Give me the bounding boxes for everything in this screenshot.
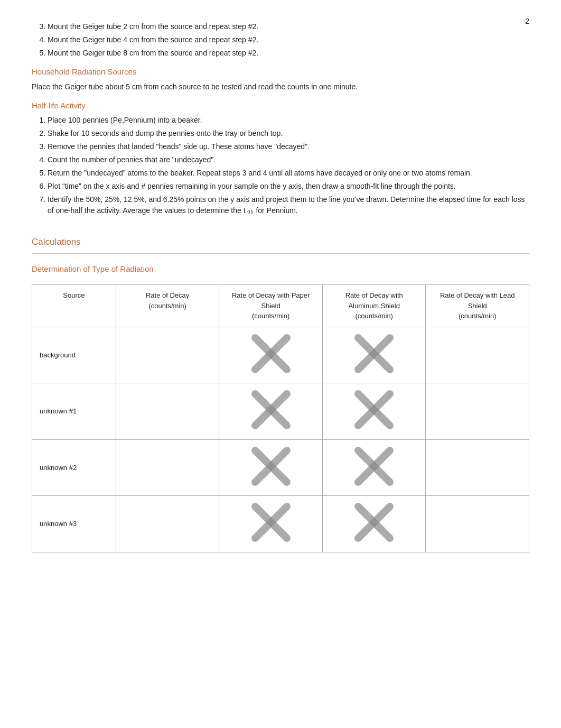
halflife-step-5: Return the "undecayed" atoms to the beak… [48, 168, 529, 179]
page-number: 2 [525, 16, 529, 27]
source-cell-1: unknown #1 [32, 383, 116, 440]
determination-heading: Determination of Type of Radiation [32, 263, 529, 275]
table-row: unknown #1 [32, 383, 529, 440]
divider [32, 253, 529, 254]
rate-aluminum-cell-1 [322, 383, 426, 440]
source-cell-0: background [32, 327, 116, 383]
halflife-step-4: Count the number of pennies that are "un… [48, 154, 529, 165]
step-4: Mount the Geiger tube 4 cm from the sour… [48, 34, 529, 45]
col-header-rate-paper: Rate of Decay with Paper Shield (counts/… [219, 285, 323, 327]
x-mark-paper-0 [250, 333, 292, 375]
steps-list: Mount the Geiger tube 2 cm from the sour… [48, 21, 529, 59]
rate-decay-cell-2 [116, 439, 219, 496]
x-mark-aluminum-3 [353, 501, 395, 543]
halflife-step-7: Identify the 50%, 25%, 12.5%, and 6.25% … [48, 194, 529, 216]
source-cell-3: unknown #3 [32, 496, 116, 552]
rate-aluminum-cell-0 [322, 327, 426, 383]
x-mark-paper-2 [250, 445, 292, 487]
table-row: background [32, 327, 529, 383]
table-row: unknown #2 [32, 439, 529, 496]
rate-paper-cell-3 [219, 496, 323, 552]
x-mark-aluminum-0 [353, 333, 395, 375]
halflife-step-6: Plot “time” on the x axis and # pennies … [48, 181, 529, 192]
table-header-row: Source Rate of Decay (counts/min) Rate o… [32, 285, 529, 327]
col-header-rate-lead: Rate of Decay with Lead Shield (counts/m… [426, 285, 529, 327]
rate-lead-cell-2 [426, 439, 529, 496]
col-header-source: Source [32, 285, 116, 327]
calculations-heading: Calculations [32, 235, 529, 249]
household-heading: Household Radiation Sources [32, 66, 529, 78]
rate-decay-cell-1 [116, 383, 219, 440]
x-mark-aluminum-1 [353, 389, 395, 431]
x-mark-paper-1 [250, 389, 292, 431]
rate-lead-cell-1 [426, 383, 529, 440]
radiation-table: Source Rate of Decay (counts/min) Rate o… [32, 284, 529, 552]
rate-decay-cell-3 [116, 496, 219, 552]
col-header-rate-decay: Rate of Decay (counts/min) [116, 285, 219, 327]
halflife-step-3: Remove the pennies that landed "heads" s… [48, 141, 529, 152]
halflife-heading: Half-life Activity [32, 100, 529, 112]
rate-paper-cell-2 [219, 439, 323, 496]
step-5: Mount the Geiger tube 8 cm from the sour… [48, 48, 529, 59]
rate-decay-cell-0 [116, 327, 219, 383]
rate-aluminum-cell-2 [322, 439, 426, 496]
rate-aluminum-cell-3 [322, 496, 426, 552]
household-text: Place the Geiger tube about 5 cm from ea… [32, 81, 529, 93]
halflife-list: Place 100 pennies (Pe,Pennium) into a be… [48, 115, 529, 216]
rate-lead-cell-0 [426, 327, 529, 383]
halflife-step-1: Place 100 pennies (Pe,Pennium) into a be… [48, 115, 529, 126]
rate-paper-cell-1 [219, 383, 323, 440]
rate-paper-cell-0 [219, 327, 323, 383]
halflife-step-2: Shake for 10 seconds and dump the pennie… [48, 128, 529, 139]
x-mark-paper-3 [250, 501, 292, 543]
step-3: Mount the Geiger tube 2 cm from the sour… [48, 21, 529, 32]
col-header-rate-aluminum: Rate of Decay with Aluminum Shield (coun… [322, 285, 426, 327]
rate-lead-cell-3 [426, 496, 529, 552]
x-mark-aluminum-2 [353, 445, 395, 487]
table-row: unknown #3 [32, 496, 529, 552]
source-cell-2: unknown #2 [32, 439, 116, 496]
